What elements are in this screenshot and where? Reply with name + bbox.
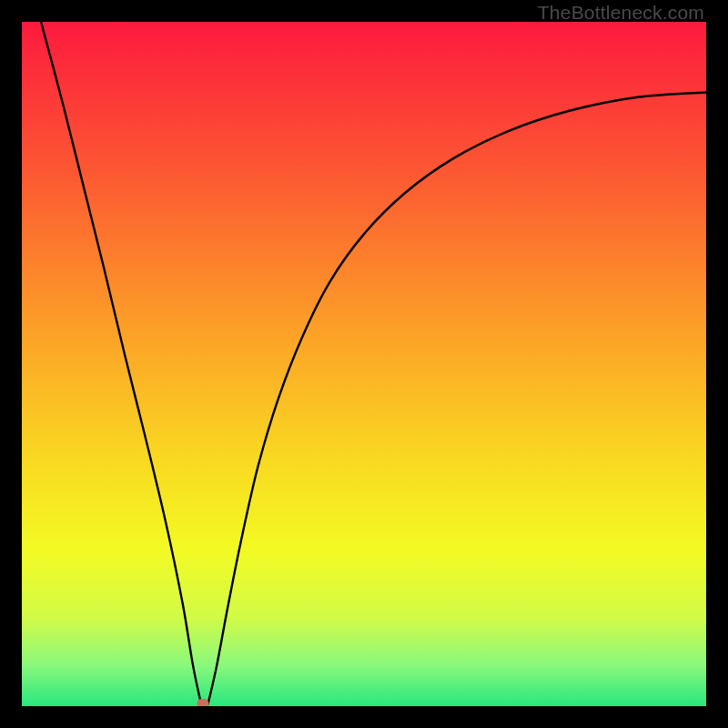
bottleneck-curve [22,22,706,706]
minimum-marker [197,699,209,706]
plot-area [22,22,706,706]
watermark-text: TheBottleneck.com [538,2,704,24]
chart-frame: TheBottleneck.com [0,0,728,728]
